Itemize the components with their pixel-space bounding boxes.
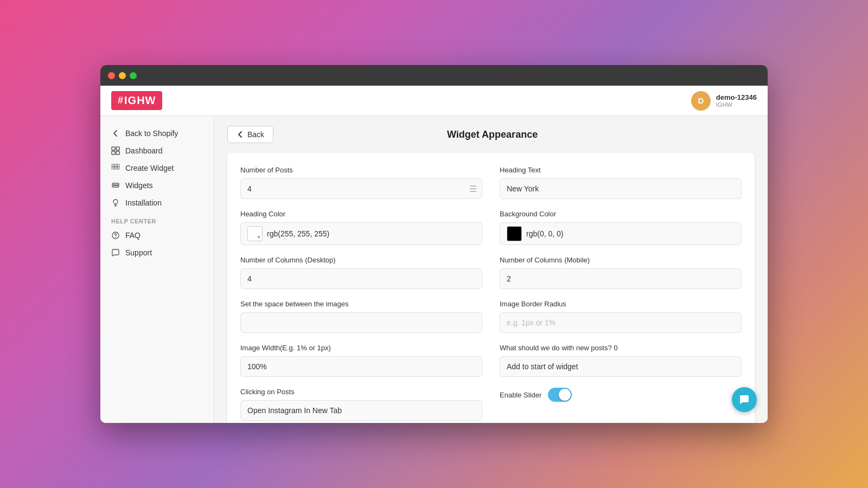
heading-color-input[interactable]: ▼ rgb(255, 255, 255) [240, 222, 482, 245]
enable-slider-label: Enable Slider [500, 391, 541, 399]
main-content: Back Widget Appearance Number of Posts ☰ [214, 116, 768, 423]
number-of-posts-group: Number of Posts ☰ [240, 166, 482, 199]
heading-text-group: Heading Text [500, 166, 742, 199]
swatch-chevron-icon: ▼ [257, 235, 261, 240]
sidebar-item-faq[interactable]: FAQ [100, 227, 214, 244]
sidebar-label-installation: Installation [125, 198, 162, 207]
new-posts-group: What should we do with new posts? 0 [500, 344, 742, 377]
heading-color-swatch: ▼ [247, 226, 263, 241]
number-of-posts-input-wrapper: ☰ [240, 178, 482, 199]
avatar: D [691, 91, 711, 111]
heading-color-group: Heading Color ▼ rgb(255, 255, 255) [240, 210, 482, 245]
columns-mobile-input[interactable] [500, 268, 742, 289]
svg-rect-0 [112, 147, 115, 150]
image-border-radius-input[interactable] [500, 312, 742, 333]
number-of-posts-label: Number of Posts [240, 166, 482, 174]
sidebar-label-support: Support [125, 248, 152, 257]
traffic-lights [108, 72, 137, 79]
sidebar-item-installation[interactable]: Installation [100, 194, 214, 211]
background-color-input[interactable]: rgb(0, 0, 0) [500, 222, 742, 245]
svg-rect-2 [112, 151, 115, 155]
space-between-group: Set the space between the images [240, 300, 482, 333]
sidebar-label-dashboard: Dashboard [125, 146, 163, 155]
columns-desktop-label: Number of Columns (Desktop) [240, 256, 482, 264]
columns-desktop-input[interactable] [240, 268, 482, 289]
svg-rect-6 [117, 164, 119, 166]
user-sub: IGHW [716, 101, 757, 108]
chat-circle-icon [111, 248, 120, 257]
content-header: Back Widget Appearance [214, 116, 768, 153]
columns-mobile-group: Number of Columns (Mobile) [500, 256, 742, 289]
svg-rect-8 [114, 167, 117, 169]
sidebar-item-back-to-shopify[interactable]: Back to Shopify [100, 125, 214, 142]
svg-rect-1 [116, 147, 119, 150]
svg-point-14 [116, 237, 116, 238]
question-circle-icon [111, 231, 120, 240]
sidebar-item-dashboard[interactable]: Dashboard [100, 142, 214, 159]
enable-slider-row: Enable Slider [500, 388, 742, 402]
enable-slider-toggle[interactable] [548, 388, 572, 402]
create-widget-icon [111, 164, 120, 172]
user-name: demo-12346 [716, 93, 757, 101]
svg-point-12 [113, 200, 118, 204]
sidebar-item-widgets[interactable]: Widgets [100, 177, 214, 194]
svg-rect-3 [116, 151, 119, 155]
number-of-posts-input[interactable] [240, 178, 482, 199]
page-title: Widget Appearance [273, 129, 711, 140]
svg-rect-7 [112, 167, 114, 169]
background-color-value: rgb(0, 0, 0) [526, 229, 563, 238]
sidebar-label-widgets: Widgets [125, 181, 153, 190]
form-grid: Number of Posts ☰ Heading Text Heading C [240, 166, 742, 421]
sidebar-label-back-to-shopify: Back to Shopify [125, 129, 178, 138]
background-color-swatch [507, 226, 522, 241]
background-color-label: Background Color [500, 210, 742, 218]
heading-color-label: Heading Color [240, 210, 482, 218]
svg-rect-11 [112, 185, 119, 187]
new-posts-input[interactable] [500, 356, 742, 377]
logo-hash: # [118, 95, 123, 106]
form-container: Number of Posts ☰ Heading Text Heading C [227, 153, 755, 423]
sidebar-item-support[interactable]: Support [100, 244, 214, 261]
clicking-posts-group: Clicking on Posts [240, 388, 482, 421]
svg-rect-9 [117, 167, 119, 169]
heading-text-label: Heading Text [500, 166, 742, 174]
columns-desktop-group: Number of Columns (Desktop) [240, 256, 482, 289]
sidebar-item-create-widget[interactable]: Create Widget [100, 159, 214, 177]
sidebar-label-faq: FAQ [125, 231, 141, 240]
sidebar: Back to Shopify Dashboard [100, 116, 214, 423]
image-border-radius-label: Image Border Radius [500, 300, 742, 308]
space-between-input[interactable] [240, 312, 482, 333]
enable-slider-group: Enable Slider [500, 388, 742, 421]
chat-bubble-button[interactable] [732, 387, 757, 412]
sidebar-label-create-widget: Create Widget [125, 164, 174, 172]
clicking-posts-input[interactable] [240, 400, 482, 421]
image-width-group: Image Width(E.g. 1% or 1px) [240, 344, 482, 377]
help-center-section-label: HELP CENTER [100, 211, 214, 227]
space-between-label: Set the space between the images [240, 300, 482, 308]
app-body: Back to Shopify Dashboard [100, 116, 768, 423]
columns-mobile-label: Number of Columns (Mobile) [500, 256, 742, 264]
image-width-input[interactable] [240, 356, 482, 377]
user-info: D demo-12346 IGHW [691, 91, 757, 111]
posts-input-icon: ☰ [469, 184, 477, 194]
layers-icon [111, 181, 120, 190]
back-arrow-icon [237, 131, 244, 138]
svg-rect-5 [114, 164, 117, 166]
maximize-button[interactable] [130, 72, 137, 79]
back-button[interactable]: Back [227, 126, 273, 143]
image-width-label: Image Width(E.g. 1% or 1px) [240, 344, 482, 352]
clicking-posts-label: Clicking on Posts [240, 388, 482, 396]
arrow-left-icon [111, 129, 120, 138]
svg-rect-4 [112, 164, 114, 166]
bulb-icon [111, 198, 120, 207]
chat-bubble-icon [738, 394, 750, 406]
close-button[interactable] [108, 72, 115, 79]
new-posts-label: What should we do with new posts? 0 [500, 344, 742, 352]
back-label: Back [247, 130, 264, 139]
minimize-button[interactable] [119, 72, 126, 79]
background-color-group: Background Color rgb(0, 0, 0) [500, 210, 742, 245]
toggle-knob [559, 389, 571, 401]
app-window: # IGHW D demo-12346 IGHW Back to Shopify [100, 65, 768, 423]
heading-text-input[interactable] [500, 178, 742, 199]
titlebar [100, 65, 768, 86]
